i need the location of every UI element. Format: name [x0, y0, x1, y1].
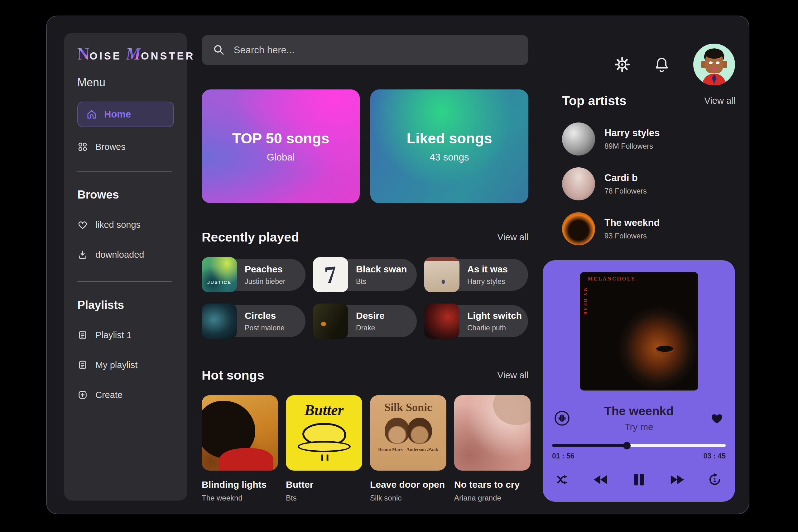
- player-controls: 1: [543, 471, 735, 488]
- song-card-peaches[interactable]: JUSTICE Peaches Justin bieber: [202, 257, 305, 292]
- song-artist: Charlie puth: [467, 324, 522, 332]
- search-icon: [212, 43, 225, 57]
- fast-forward-button[interactable]: [668, 473, 687, 487]
- album-art-text: Silk Sonic: [384, 401, 432, 414]
- album-art: [424, 304, 459, 339]
- artist-row-the-weeknd[interactable]: The weeknd 93 Followers: [562, 212, 735, 245]
- top-artists-panel: Top artists View all Harry styles 89M Fo…: [562, 94, 735, 257]
- svg-text:1: 1: [713, 477, 716, 483]
- progress-thumb[interactable]: [623, 442, 631, 450]
- rewind-button[interactable]: [591, 473, 610, 487]
- artist-avatar: [562, 212, 595, 245]
- album-art-text: Butter: [305, 401, 343, 419]
- playlist-icon: [77, 360, 88, 370]
- profile-avatar[interactable]: [693, 44, 735, 86]
- plus-square-icon: [77, 390, 88, 400]
- song-card-desire[interactable]: Desire Drake: [313, 304, 417, 339]
- song-title: Leave door open: [370, 479, 446, 490]
- top-50-songs-card[interactable]: TOP 50 songs Global: [202, 90, 360, 203]
- artist-name: The weeknd: [604, 217, 660, 228]
- sidebar-item-label: Playlist 1: [95, 330, 132, 340]
- song-artist: Harry styles: [467, 278, 508, 286]
- progress-bar[interactable]: [552, 444, 726, 447]
- search-input[interactable]: [233, 44, 518, 56]
- artist-name: Harry styles: [604, 128, 660, 139]
- main-content: TOP 50 songs Global Liked songs 43 songs…: [202, 35, 528, 502]
- card-title: Liked songs: [406, 130, 492, 147]
- sidebar-item-browse[interactable]: Browes: [77, 141, 174, 152]
- notifications-bell-icon[interactable]: [654, 56, 670, 73]
- song-title: Blinding lights: [202, 479, 278, 490]
- progress-fill: [552, 444, 627, 447]
- sidebar-item-my-playlist[interactable]: My playlist: [77, 360, 174, 370]
- shuffle-button[interactable]: [556, 473, 570, 487]
- sidebar-item-playlist-1[interactable]: Playlist 1: [77, 330, 174, 340]
- sidebar-item-downloaded[interactable]: downloaded: [77, 249, 174, 260]
- hot-song-butter[interactable]: Butter ▌▐ Butter Bts: [286, 395, 362, 502]
- repeat-one-button[interactable]: 1: [708, 473, 722, 487]
- card-title: TOP 50 songs: [232, 130, 329, 147]
- sidebar-item-home[interactable]: Home: [77, 101, 174, 127]
- song-title: Black swan: [356, 264, 407, 274]
- album-cover: Butter ▌▐: [286, 395, 362, 471]
- album-art: [313, 304, 348, 339]
- heart-outline-icon: [77, 220, 88, 230]
- sidebar-item-liked-songs[interactable]: liked songs: [77, 220, 174, 230]
- equalizer-icon[interactable]: [553, 410, 571, 427]
- song-title: Butter: [286, 479, 362, 490]
- liked-songs-card[interactable]: Liked songs 43 songs: [370, 90, 528, 203]
- artist-avatar: [562, 122, 595, 155]
- elapsed-time: 01 : 56: [552, 452, 574, 460]
- now-playing-artist: The weenkd: [573, 404, 704, 418]
- hot-song-no-tears-to-cry[interactable]: No tears to cry Ariana grande: [454, 395, 531, 502]
- hot-songs-row: Blinding lights The weeknd Butter ▌▐ But…: [202, 395, 528, 502]
- hot-song-blinding-lights[interactable]: Blinding lights The weeknd: [202, 395, 278, 502]
- song-artist: Drake: [356, 324, 385, 332]
- app-logo: N OISE M ONSTER: [77, 45, 174, 62]
- pause-button[interactable]: [631, 471, 647, 488]
- top-artists-view-all[interactable]: View all: [704, 96, 735, 106]
- heart-filled-icon[interactable]: [709, 411, 724, 426]
- download-icon: [77, 249, 88, 260]
- song-card-as-it-was[interactable]: As it was Harry styles: [424, 257, 528, 292]
- artist-followers: 89M Followers: [604, 142, 660, 151]
- artist-followers: 78 Followers: [604, 187, 647, 195]
- logo-letter-n: N: [77, 45, 90, 62]
- song-title: No tears to cry: [454, 479, 531, 490]
- search-bar[interactable]: [202, 35, 528, 65]
- now-playing-info: The weenkd Try me: [543, 404, 735, 432]
- song-title: Desire: [356, 310, 385, 321]
- album-art: [424, 257, 459, 292]
- album-art-text: MELANCHOLY.: [588, 276, 638, 282]
- song-card-black-swan[interactable]: 7 Black swan Bts: [313, 257, 417, 292]
- song-artist: Justin bieber: [245, 278, 285, 286]
- screen: N OISE M ONSTER Menu Home Browes Browes: [0, 0, 798, 532]
- song-card-light-switch[interactable]: Light switch Charlie puth: [424, 304, 528, 339]
- artist-list: Harry styles 89M Followers Cardi b 78 Fo…: [562, 122, 735, 245]
- logo-text-oise: OISE: [90, 50, 121, 62]
- hot-songs-header: Hot songs View all: [202, 368, 528, 383]
- album-art: 7: [313, 257, 348, 292]
- sidebar-item-create[interactable]: Create: [77, 390, 174, 400]
- home-icon: [86, 109, 97, 120]
- artist-name: Cardi b: [604, 172, 647, 184]
- song-card-circles[interactable]: Circles Post malone: [202, 304, 305, 339]
- album-art-text: 7: [323, 262, 338, 288]
- sidebar-divider: [77, 171, 172, 172]
- grid-icon: [77, 141, 88, 152]
- song-artist: Bts: [356, 278, 407, 286]
- browse-section-heading: Browes: [77, 188, 174, 201]
- artist-row-cardi-b[interactable]: Cardi b 78 Followers: [562, 167, 735, 201]
- now-playing-card: MELANCHOLY. MY DEAR The weenkd Try me: [543, 260, 735, 502]
- album-art: [202, 304, 237, 339]
- hot-songs-view-all[interactable]: View all: [497, 370, 528, 381]
- top-artists-header: Top artists View all: [562, 94, 735, 108]
- section-title: Hot songs: [202, 368, 264, 383]
- hot-song-leave-door-open[interactable]: Silk Sonic Bruno Mars - Anderson .Paak L…: [370, 395, 446, 502]
- artist-row-harry-styles[interactable]: Harry styles 89M Followers: [562, 122, 735, 155]
- song-title: Light switch: [467, 310, 522, 321]
- song-artist: Silk sonic: [370, 494, 446, 502]
- recently-played-view-all[interactable]: View all: [497, 232, 528, 243]
- sidebar-item-label: liked songs: [95, 220, 140, 230]
- settings-gear-icon[interactable]: [614, 56, 630, 73]
